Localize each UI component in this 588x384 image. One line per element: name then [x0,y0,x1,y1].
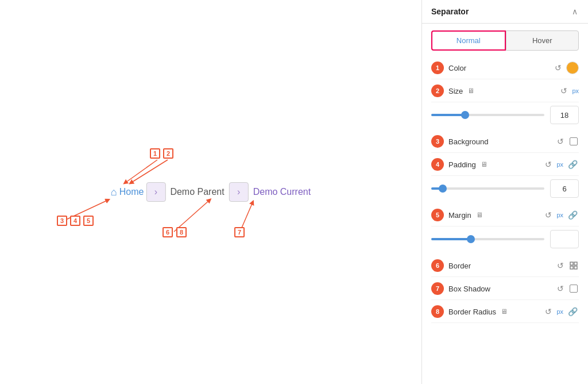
reset-margin-btn[interactable]: ↺ [544,209,553,221]
prop-section-shadow: 7 Box Shadow ↺ [422,277,588,300]
separator-title: Separator [431,7,469,16]
prop-row-color: 1 Color ↺ [431,56,579,79]
unit-padding: px [556,161,563,168]
corners-border-btn[interactable] [568,260,579,271]
prop-section-radius: 8 Border Radius 🖥 ↺ px 🔗 [422,300,588,323]
prop-left-padding: 4 Padding 🖥 [431,158,488,171]
current-label: Demo Current [253,187,311,197]
prop-right-border: ↺ [556,260,579,271]
annotation-5: 5 [83,216,94,226]
collapse-button[interactable]: ∧ [571,6,579,17]
prop-right-bg: ↺ [556,136,579,147]
margin-value-box [550,230,579,248]
prop-right-radius: ↺ px 🔗 [544,306,579,317]
prop-row-padding: 4 Padding 🖥 ↺ px 🔗 [431,153,579,176]
svg-rect-7 [570,266,573,269]
shadow-icon [570,285,578,293]
reset-bg-btn[interactable]: ↺ [556,136,565,147]
slider-size[interactable] [431,114,544,116]
responsive-icon-margin: 🖥 [476,211,483,219]
reset-padding-btn[interactable]: ↺ [544,159,553,170]
svg-rect-5 [570,262,573,265]
copy-icon [570,137,578,145]
prop-row-size: 2 Size 🖥 ↺ px [431,79,579,102]
prop-section-size: 2 Size 🖥 ↺ px 18 [422,79,588,130]
shadow-icon-btn[interactable] [568,283,579,294]
prop-right-shadow: ↺ [556,283,579,294]
badge-5: 5 [431,209,444,221]
slider-padding[interactable] [431,187,544,190]
prop-right-margin: ↺ px 🔗 [544,209,579,221]
separator-2: › [229,182,249,202]
prop-left-bg: 3 Background [431,135,488,148]
label-bg: Background [448,137,488,146]
prop-row-shadow: 7 Box Shadow ↺ [431,277,579,300]
prop-row-bg: 3 Background ↺ [431,130,579,153]
reset-color-btn[interactable]: ↺ [554,62,563,74]
size-value-box: 18 [550,106,579,124]
prop-section-border: 6 Border ↺ [422,254,588,277]
slider-thumb-size[interactable] [461,111,469,119]
home-item: ⌂ Home [111,186,144,198]
prop-section-bg: 3 Background ↺ [422,130,588,153]
badge-2: 2 [431,85,444,97]
label-padding: Padding [448,160,476,169]
unit-radius: px [556,308,563,315]
tab-normal[interactable]: Normal [431,30,506,51]
responsive-icon-size: 🖥 [467,87,474,95]
prop-left-margin: 5 Margin 🖥 [431,209,483,221]
unit-margin: px [556,212,563,218]
annotation-6: 6 [163,227,173,237]
prop-left-border: 6 Border [431,259,471,272]
annotation-4: 4 [70,216,80,226]
slider-fill-margin [431,238,471,240]
label-radius: Border Radius [448,308,496,316]
canvas-area: ⌂ Home › Demo Parent › Demo Current 1 2 … [0,0,421,384]
slider-row-padding: 6 [431,176,579,203]
padding-value-box: 6 [550,179,579,198]
link-margin-btn[interactable]: 🔗 [567,209,579,221]
tab-row: Normal Hover [422,24,588,56]
label-shadow: Box Shadow [448,285,490,293]
link-padding-btn[interactable]: 🔗 [567,159,579,170]
prop-section-margin: 5 Margin 🖥 ↺ px 🔗 [422,203,588,254]
annotation-1: 1 [150,148,160,159]
prop-right-color: ↺ [554,62,579,74]
badge-4: 4 [431,158,444,171]
badge-8: 8 [431,305,444,318]
copy-bg-btn[interactable] [568,136,579,147]
prop-right-size: ↺ px [559,85,579,97]
annotation-2: 2 [163,148,173,159]
prop-section-color: 1 Color ↺ [422,56,588,79]
svg-rect-8 [574,266,577,269]
svg-line-0 [125,160,157,183]
reset-radius-btn[interactable]: ↺ [544,306,553,317]
reset-shadow-btn[interactable]: ↺ [556,283,565,294]
prop-left-color: 1 Color [431,62,466,74]
prop-row-border: 6 Border ↺ [431,254,579,277]
reset-border-btn[interactable]: ↺ [556,260,565,271]
badge-6: 6 [431,259,444,272]
reset-size-btn[interactable]: ↺ [559,85,568,97]
svg-rect-6 [574,262,577,265]
label-margin: Margin [448,211,471,220]
prop-row-radius: 8 Border Radius 🖥 ↺ px 🔗 [431,300,579,323]
badge-3: 3 [431,135,444,148]
corners-icon [570,262,578,270]
separator-1: › [146,182,165,202]
slider-thumb-padding[interactable] [439,185,447,193]
annotation-7: 7 [234,227,245,237]
tab-hover[interactable]: Hover [506,30,579,51]
slider-margin[interactable] [431,238,544,240]
prop-right-padding: ↺ px 🔗 [544,159,579,170]
link-radius-btn[interactable]: 🔗 [567,306,579,317]
badge-7: 7 [431,282,444,295]
badge-1: 1 [431,62,444,74]
responsive-icon-padding: 🖥 [481,160,488,168]
annotation-3: 3 [57,216,67,226]
right-panel: Separator ∧ Normal Hover 1 Color ↺ [421,0,588,384]
breadcrumb-demo: ⌂ Home › Demo Parent › Demo Current [111,182,311,202]
color-swatch[interactable] [566,62,579,74]
slider-row-size: 18 [431,102,579,130]
slider-thumb-margin[interactable] [467,235,475,243]
